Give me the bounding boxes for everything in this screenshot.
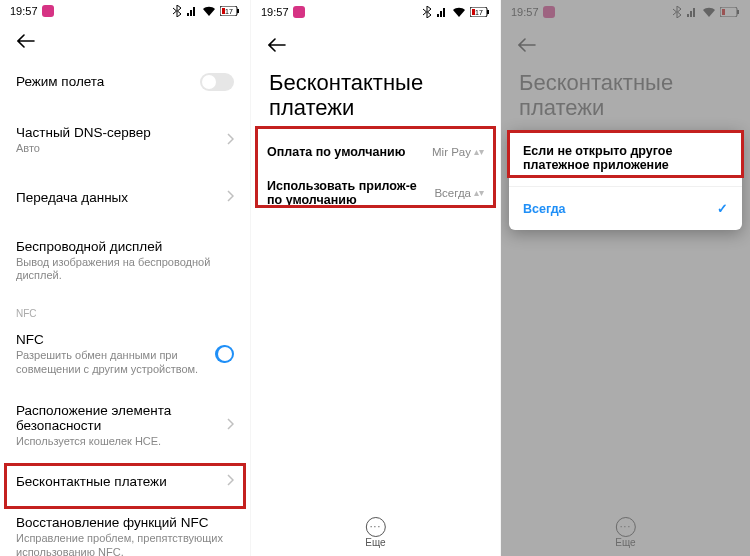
wireless-display-sub: Вывод изображения на беспроводной диспле…	[16, 256, 234, 284]
bluetooth-icon	[172, 5, 182, 17]
settings-list: Режим полета Частный DNS-сервер Авто Пер…	[0, 60, 250, 556]
wireless-display-row[interactable]: Беспроводной дисплей Вывод изображения н…	[0, 226, 250, 297]
popup-option-always[interactable]: Всегда ✓	[509, 186, 742, 230]
updown-icon: ▴▾	[474, 149, 484, 155]
wifi-icon	[202, 6, 216, 16]
nfc-restore-row[interactable]: Восстановление функций NFC Исправление п…	[0, 502, 250, 556]
use-default-app-label: Использовать прилож-е по умолчанию	[267, 179, 417, 207]
status-bar: 19:57 ​ 17	[251, 0, 500, 24]
airplane-mode-toggle[interactable]	[200, 73, 234, 91]
use-default-app-value: Всегда	[434, 187, 471, 199]
pane-contactless: 19:57 ​ 17 Бесконтактные платежи Оплата …	[250, 0, 500, 556]
more-icon: ···	[365, 517, 385, 537]
default-payment-value: Mir Pay	[432, 146, 471, 158]
status-icons: 17	[172, 5, 240, 17]
chevron-right-icon	[226, 474, 234, 489]
more-label: Еще	[365, 537, 385, 548]
more-button[interactable]: ··· Еще	[365, 517, 385, 548]
default-payment-row[interactable]: Оплата по умолчанию Mir Pay ▴▾	[251, 135, 500, 169]
nfc-toggle[interactable]	[215, 345, 234, 363]
page-title: Бесконтактные платежи	[251, 66, 500, 135]
clock-badge-icon: ​	[293, 6, 305, 18]
secure-element-row[interactable]: Расположение элемента безопасности Испол…	[0, 390, 250, 462]
status-icons: 17	[422, 6, 490, 18]
chevron-right-icon	[226, 418, 234, 433]
pane-settings: 19:57 ​ 17 Режим полета Частный DNS-серв…	[0, 0, 250, 556]
use-default-app-row[interactable]: Использовать прилож-е по умолчанию Всегд…	[251, 169, 500, 217]
check-icon: ✓	[717, 201, 728, 216]
svg-rect-1	[237, 9, 239, 13]
status-time: 19:57 ​	[10, 5, 54, 17]
private-dns-row[interactable]: Частный DNS-сервер Авто	[0, 112, 250, 169]
contactless-payments-row[interactable]: Бесконтактные платежи	[0, 461, 250, 502]
chevron-right-icon	[226, 133, 234, 148]
wireless-display-label: Беспроводной дисплей	[16, 239, 234, 254]
modal-backdrop[interactable]	[501, 0, 750, 556]
nfc-group-label: NFC	[0, 304, 250, 319]
nfc-sub: Разрешить обмен данными при совмещении с…	[16, 349, 207, 377]
pane-contactless-popup: 19:57 ​ Бесконтактные платежи ··· Еще Ес…	[500, 0, 750, 556]
bluetooth-icon	[422, 6, 432, 18]
default-payment-label: Оплата по умолчанию	[267, 145, 405, 159]
header-back-row	[251, 24, 500, 66]
header-back-row	[0, 22, 250, 60]
airplane-mode-label: Режим полета	[16, 74, 192, 89]
airplane-mode-row[interactable]: Режим полета	[0, 60, 250, 104]
secure-element-sub: Используется кошелек HCE.	[16, 435, 218, 449]
status-time: 19:57 ​	[261, 6, 305, 18]
nfc-row[interactable]: NFC Разрешить обмен данными при совмещен…	[0, 319, 250, 390]
clock-badge-icon: ​	[42, 5, 54, 17]
svg-text:17: 17	[225, 8, 233, 15]
svg-rect-5	[487, 10, 489, 14]
nfc-label: NFC	[16, 332, 207, 347]
updown-icon: ▴▾	[474, 190, 484, 196]
signal-icon	[436, 7, 448, 17]
battery-icon: 17	[470, 7, 490, 17]
nfc-restore-sub: Исправление проблем, препятствующих испо…	[16, 532, 234, 556]
nfc-restore-label: Восстановление функций NFC	[16, 515, 234, 530]
status-bar: 19:57 ​ 17	[0, 0, 250, 22]
data-transfer-row[interactable]: Передача данных	[0, 177, 250, 218]
private-dns-sub: Авто	[16, 142, 218, 156]
default-app-popup: Если не открыто другое платежное приложе…	[509, 130, 742, 230]
chevron-right-icon	[226, 190, 234, 205]
private-dns-label: Частный DNS-сервер	[16, 125, 218, 140]
contactless-payments-label: Бесконтактные платежи	[16, 474, 218, 489]
signal-icon	[186, 6, 198, 16]
popup-option-unless-other-open[interactable]: Если не открыто другое платежное приложе…	[509, 130, 742, 186]
wifi-icon	[452, 7, 466, 17]
svg-text:17: 17	[475, 9, 483, 16]
battery-icon: 17	[220, 6, 240, 16]
popup-option-label: Всегда	[523, 202, 566, 216]
back-icon[interactable]	[16, 31, 36, 51]
popup-option-label: Если не открыто другое платежное приложе…	[523, 144, 728, 172]
secure-element-label: Расположение элемента безопасности	[16, 403, 218, 433]
data-transfer-label: Передача данных	[16, 190, 218, 205]
back-icon[interactable]	[267, 35, 287, 55]
